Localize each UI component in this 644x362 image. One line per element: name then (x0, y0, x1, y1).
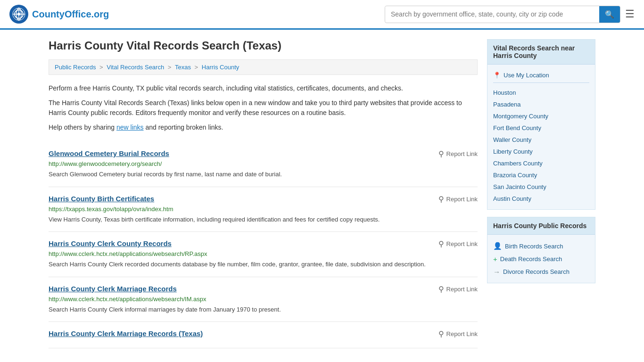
public-records-header: Harris County Public Records (487, 217, 595, 235)
intro-paragraph-1: Perform a free Harris County, TX public … (49, 83, 478, 93)
record-item: Glenwood Cemetery Burial Records ⚲ Repor… (49, 142, 478, 187)
report-label: Report Link (446, 196, 478, 203)
record-title-3[interactable]: Harris County Clerk Marriage Records (49, 285, 177, 293)
intro-paragraph-3: Help others by sharing new links and rep… (49, 123, 478, 132)
logo-text: CountyOffice.org (32, 9, 109, 20)
use-my-location-link[interactable]: 📍 Use My Location (493, 69, 589, 82)
report-icon: ⚲ (438, 285, 444, 294)
record-item-header: Glenwood Cemetery Burial Records ⚲ Repor… (49, 149, 478, 158)
record-url: http://www.glenwoodcemetery.org/search/ (49, 160, 478, 167)
logo-suffix: .org (91, 9, 109, 19)
location-divider (493, 82, 589, 83)
main-container: Harris County Vital Records Search (Texa… (39, 30, 605, 358)
search-bar-container: 🔍 (385, 6, 620, 23)
record-list: Glenwood Cemetery Burial Records ⚲ Repor… (49, 142, 478, 348)
record-desc: View Harris County, Texas birth certific… (49, 215, 478, 224)
nearby-link-waller-county[interactable]: Waller County (493, 134, 589, 146)
record-url: https://txapps.texas.gov/tolapp/ovra/ind… (49, 206, 478, 213)
record-desc: Search Glenwood Cemetery burial records … (49, 170, 478, 179)
public-records-body: 👤Birth Records Search+Death Records Sear… (487, 235, 595, 283)
public-records-link-2[interactable]: →Divorce Records Search (493, 265, 589, 278)
report-icon: ⚲ (438, 239, 444, 248)
search-input[interactable] (385, 7, 599, 22)
nearby-link-san-jacinto-county[interactable]: San Jacinto County (493, 181, 589, 193)
report-label: Report Link (446, 240, 478, 247)
report-icon: ⚲ (438, 149, 444, 158)
report-link-1[interactable]: ⚲ Report Link (438, 195, 478, 204)
person-icon: 👤 (493, 242, 502, 250)
report-link-3[interactable]: ⚲ Report Link (438, 285, 478, 294)
nearby-link-montgomery-county[interactable]: Montgomery County (493, 110, 589, 122)
nearby-links: HoustonPasadenaMontgomery CountyFort Ben… (493, 87, 589, 205)
header-right: 🔍 ☰ (385, 6, 635, 23)
public-records-link-1[interactable]: +Death Records Search (493, 253, 589, 265)
record-item: Harris County Clerk Marriage Records (Te… (49, 322, 478, 348)
nearby-link-pasadena[interactable]: Pasadena (493, 99, 589, 110)
record-title-2[interactable]: Harris County Clerk County Records (49, 239, 172, 247)
record-item-header: Harris County Clerk County Records ⚲ Rep… (49, 239, 478, 248)
record-desc: Search Harris County Clerk recorded docu… (49, 260, 478, 269)
breadcrumb-vital-records[interactable]: Vital Records Search (107, 64, 164, 71)
location-icon: 📍 (493, 72, 501, 79)
breadcrumb-harris-county[interactable]: Harris County (202, 64, 239, 71)
intro-paragraph-2: The Harris County Vital Records Search (… (49, 98, 478, 118)
report-label: Report Link (446, 150, 478, 157)
report-link-2[interactable]: ⚲ Report Link (438, 239, 478, 248)
report-link-4[interactable]: ⚲ Report Link (438, 329, 478, 338)
public-records-section: Harris County Public Records 👤Birth Reco… (487, 217, 595, 283)
breadcrumb-public-records[interactable]: Public Records (55, 64, 96, 71)
report-icon: ⚲ (438, 195, 444, 204)
page-header: CountyOffice.org 🔍 ☰ (0, 0, 644, 30)
record-title-1[interactable]: Harris County Birth Certificates (49, 195, 154, 203)
nearby-link-liberty-county[interactable]: Liberty County (493, 146, 589, 157)
plus-icon: + (493, 255, 497, 263)
svg-point-5 (17, 13, 20, 16)
record-title-4[interactable]: Harris County Clerk Marriage Records (Te… (49, 329, 203, 337)
new-links-link[interactable]: new links (116, 123, 144, 131)
nearby-section-body: 📍 Use My Location HoustonPasadenaMontgom… (487, 65, 595, 209)
sidebar: Vital Records Search near Harris County … (487, 39, 595, 348)
logo-area: CountyOffice.org (9, 5, 109, 24)
page-title: Harris County Vital Records Search (Texa… (49, 39, 478, 52)
record-title-0[interactable]: Glenwood Cemetery Burial Records (49, 149, 169, 157)
logo-name: CountyOffice (32, 9, 91, 19)
logo-icon (9, 5, 28, 24)
report-link-0[interactable]: ⚲ Report Link (438, 149, 478, 158)
report-label: Report Link (446, 286, 478, 293)
record-url: http://www.cclerk.hctx.net/applications/… (49, 296, 478, 303)
record-item-header: Harris County Birth Certificates ⚲ Repor… (49, 195, 478, 204)
record-item: Harris County Clerk Marriage Records ⚲ R… (49, 277, 478, 322)
breadcrumb-texas[interactable]: Texas (175, 64, 191, 71)
nearby-link-austin-county[interactable]: Austin County (493, 193, 589, 205)
record-item: Harris County Clerk County Records ⚲ Rep… (49, 232, 478, 277)
record-item-header: Harris County Clerk Marriage Records (Te… (49, 329, 478, 338)
report-label: Report Link (446, 330, 478, 337)
breadcrumb: Public Records > Vital Records Search > … (49, 59, 478, 75)
nearby-section-header: Vital Records Search near Harris County (487, 40, 595, 65)
pr-link-label: Death Records Search (500, 255, 562, 263)
arrow-icon: → (493, 268, 500, 276)
nearby-link-chambers-county[interactable]: Chambers County (493, 157, 589, 169)
pr-link-label: Divorce Records Search (503, 268, 570, 275)
pr-link-label: Birth Records Search (505, 243, 563, 250)
public-records-link-0[interactable]: 👤Birth Records Search (493, 239, 589, 253)
nearby-link-fort-bend-county[interactable]: Fort Bend County (493, 122, 589, 134)
report-icon: ⚲ (438, 329, 444, 338)
menu-button[interactable]: ☰ (625, 8, 635, 20)
record-desc: Search Harris County Clerk informal marr… (49, 305, 478, 314)
record-item-header: Harris County Clerk Marriage Records ⚲ R… (49, 285, 478, 294)
nearby-link-brazoria-county[interactable]: Brazoria County (493, 169, 589, 181)
record-item: Harris County Birth Certificates ⚲ Repor… (49, 187, 478, 232)
nearby-section: Vital Records Search near Harris County … (487, 39, 595, 210)
record-url: http://www.cclerk.hctx.net/applications/… (49, 250, 478, 257)
search-button[interactable]: 🔍 (599, 6, 620, 23)
nearby-link-houston[interactable]: Houston (493, 87, 589, 99)
content-area: Harris County Vital Records Search (Texa… (49, 39, 478, 348)
